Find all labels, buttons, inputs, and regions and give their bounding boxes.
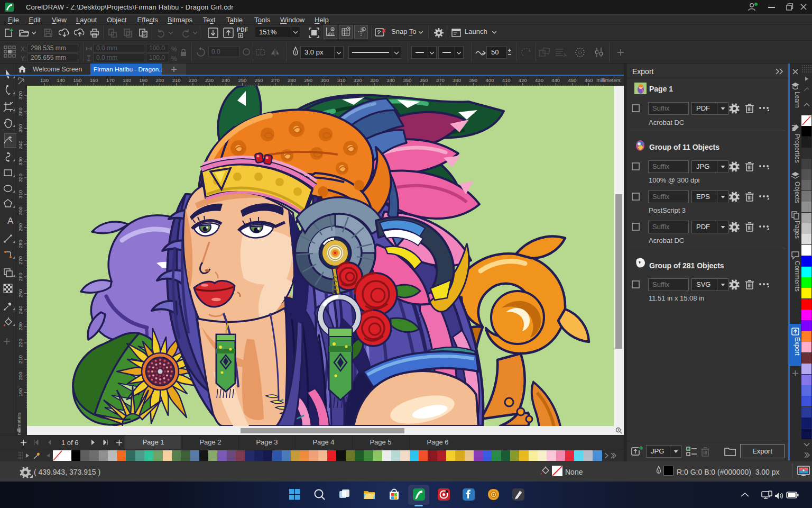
svg-text:140: 140 — [57, 77, 65, 83]
svg-text:210: 210 — [17, 355, 23, 364]
svg-text:260: 260 — [17, 273, 23, 281]
svg-text:200: 200 — [17, 371, 23, 380]
svg-text:260: 260 — [255, 77, 263, 83]
svg-text:250: 250 — [238, 77, 246, 83]
svg-text:300: 300 — [17, 206, 23, 215]
svg-text:430: 430 — [535, 77, 543, 83]
svg-text:250: 250 — [17, 289, 23, 297]
svg-text:230: 230 — [17, 322, 23, 331]
svg-text:240: 240 — [222, 77, 230, 83]
svg-text:380: 380 — [453, 77, 461, 83]
svg-text:210: 210 — [172, 77, 181, 83]
svg-text:360: 360 — [420, 77, 428, 83]
svg-text:220: 220 — [17, 339, 23, 347]
svg-text:190: 190 — [17, 388, 23, 397]
svg-text:450: 450 — [568, 77, 576, 83]
svg-text:170: 170 — [106, 77, 115, 83]
svg-text:280: 280 — [288, 77, 296, 83]
svg-text:420: 420 — [519, 77, 527, 83]
svg-text:390: 390 — [469, 77, 477, 83]
svg-text:290: 290 — [17, 223, 23, 232]
svg-text:290: 290 — [304, 77, 312, 83]
svg-text:370: 370 — [17, 91, 23, 99]
svg-text:190: 190 — [139, 77, 147, 83]
svg-text:410: 410 — [502, 77, 511, 83]
svg-text:millimeters: millimeters — [16, 412, 22, 435]
svg-text:340: 340 — [386, 77, 395, 83]
svg-text:240: 240 — [17, 306, 23, 314]
svg-text:330: 330 — [370, 77, 379, 83]
svg-text:130: 130 — [40, 77, 49, 83]
svg-text:460: 460 — [585, 77, 593, 83]
svg-text:320: 320 — [354, 77, 362, 83]
svg-text:180: 180 — [123, 77, 131, 83]
svg-text:310: 310 — [337, 77, 346, 83]
svg-text:370: 370 — [436, 77, 445, 83]
svg-text:220: 220 — [189, 77, 197, 83]
svg-text:230: 230 — [205, 77, 214, 83]
svg-text:200: 200 — [155, 77, 164, 83]
svg-text:440: 440 — [551, 77, 560, 83]
svg-text:270: 270 — [271, 77, 280, 83]
svg-text:310: 310 — [17, 190, 23, 198]
svg-text:160: 160 — [90, 77, 98, 83]
svg-text:150: 150 — [73, 77, 81, 83]
svg-text:400: 400 — [485, 77, 494, 83]
svg-text:350: 350 — [403, 77, 411, 83]
svg-text:350: 350 — [17, 124, 23, 132]
svg-text:320: 320 — [17, 174, 23, 182]
svg-text:300: 300 — [320, 77, 329, 83]
svg-text:360: 360 — [17, 107, 23, 116]
svg-text:270: 270 — [17, 256, 23, 265]
svg-text:280: 280 — [17, 240, 23, 248]
svg-text:millimeters: millimeters — [596, 77, 621, 83]
svg-text:340: 340 — [17, 141, 23, 149]
svg-text:330: 330 — [17, 157, 23, 166]
